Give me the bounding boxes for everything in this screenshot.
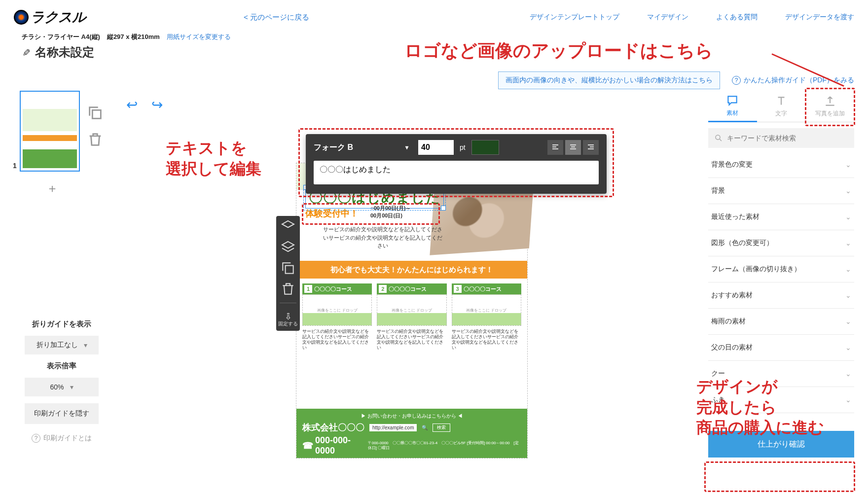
chevron-down-icon: ⌄ [845, 239, 851, 247]
chevron-down-icon: ⌄ [845, 396, 851, 404]
zoom-select[interactable]: 60% [25, 378, 99, 396]
nav-faq[interactable]: よくある質問 [716, 13, 758, 22]
print-guide-help-link[interactable]: ?印刷ガイドとは [32, 434, 92, 443]
acc-background[interactable]: 背景⌄ [708, 178, 854, 204]
acc-bgcolor[interactable]: 背景色の変更⌄ [708, 152, 854, 177]
acc-frames[interactable]: フレーム（画像の切り抜き）⌄ [708, 256, 854, 282]
layer-up-icon[interactable] [280, 220, 296, 234]
svg-rect-2 [286, 266, 293, 274]
annotation-upload: ロゴなど画像のアップロードはこちら [404, 39, 713, 63]
annotation-box-confirm [704, 461, 855, 492]
change-paper-size-link[interactable]: 用紙サイズを変更する [167, 33, 231, 41]
asset-search[interactable] [708, 128, 854, 148]
annotation-purchase: デザインが完成したら商品の購入に進む [696, 377, 824, 438]
annotation-box-selected-text [302, 203, 440, 225]
nav-my-design[interactable]: マイデザイン [647, 13, 688, 22]
add-page-button[interactable]: ＋ [46, 180, 104, 196]
chevron-down-icon: ⌄ [845, 344, 851, 352]
question-icon: ? [732, 76, 741, 85]
product-name: チラシ・フライヤー A4(縦) [22, 33, 100, 41]
design-title[interactable]: 名称未設定 [35, 44, 94, 60]
chevron-down-icon: ⌄ [845, 370, 851, 378]
footer-heading: お問い合わせ・お申し込みはこちらから [302, 413, 521, 420]
duplicate-element-icon[interactable] [280, 261, 296, 275]
logo-icon [14, 10, 29, 25]
redo-button[interactable]: ↪ [151, 97, 163, 113]
tab-assets[interactable]: 素材 [708, 91, 757, 122]
text-icon [775, 95, 788, 107]
brand-logo: ラクスル [14, 8, 86, 27]
asset-search-input[interactable] [727, 134, 848, 142]
orange-banner[interactable]: 初心者でも大丈夫！かんたんにはじめられます！ [296, 261, 527, 279]
hide-print-guide-button[interactable]: 印刷ガイドを隠す [25, 403, 99, 424]
acc-recent[interactable]: 最近使った素材⌄ [708, 204, 854, 230]
fold-guide-label: 折りガイドを表示 [32, 319, 91, 329]
chevron-down-icon: ⌄ [845, 161, 851, 169]
logo-text: ラクスル [31, 8, 86, 27]
lock-element-button[interactable]: 固定する [278, 310, 298, 327]
search-icon [714, 134, 723, 142]
duplicate-page-icon[interactable] [87, 105, 104, 124]
company-name: 株式会社〇〇〇 [302, 422, 364, 433]
pencil-icon: ✎ [20, 48, 32, 57]
question-icon: ? [32, 434, 40, 443]
chevron-down-icon: ⌄ [845, 213, 851, 221]
search-label: 検索 [433, 423, 450, 432]
annotation-box-upload-tab [805, 88, 855, 126]
tab-text[interactable]: 文字 [757, 91, 806, 122]
address-text: 〒000-0000 〇〇県〇〇市〇〇01-23-4 〇〇〇ビル5F [受付時間]… [368, 441, 521, 451]
zoom-label: 表示倍率 [47, 361, 76, 371]
chevron-down-icon: ⌄ [845, 317, 851, 325]
intro-text[interactable]: サービスの紹介文や説明文などを記入してくださいサービスの紹介文や説明文などを記入… [321, 225, 444, 250]
page-thumbnail[interactable] [20, 91, 80, 172]
chevron-down-icon: ⌄ [845, 265, 851, 273]
image-orientation-help[interactable]: 画面内の画像の向きや、縦横比がおかしい場合の解決方法はこちら [498, 71, 720, 89]
layer-down-icon[interactable] [280, 241, 296, 254]
delete-element-icon[interactable] [280, 282, 296, 296]
course-3[interactable]: 3〇〇〇〇コース画像をここに ドロップサービスの紹介文や説明文などを記入してくだ… [452, 283, 521, 351]
course-1[interactable]: 1〇〇〇〇コース画像をここに ドロップサービスの紹介文や説明文などを記入してくだ… [302, 283, 372, 351]
tab-assets-label: 素材 [726, 109, 738, 117]
phone-number: ☎ 000-000-0000 [302, 435, 363, 456]
acc-fathersday[interactable]: 父の日の素材⌄ [708, 335, 854, 360]
delete-page-icon[interactable] [87, 131, 104, 151]
chevron-down-icon: ⌄ [845, 187, 851, 195]
svg-rect-0 [92, 110, 101, 118]
course-2[interactable]: 2〇〇〇〇コース画像をここに ドロップサービスの紹介文や説明文などを記入してくだ… [377, 283, 446, 351]
annotation-edit-text: テキストを選択して編集 [166, 138, 261, 179]
nav-pass-data[interactable]: デザインデータを渡す [785, 13, 854, 22]
back-link[interactable]: < 元のページに戻る [244, 13, 309, 22]
url-box: http://example.com [369, 424, 417, 431]
acc-shapes[interactable]: 図形（色の変更可）⌄ [708, 230, 854, 256]
top-nav: デザインテンプレートトップ マイデザイン よくある質問 デザインデータを渡す [530, 13, 854, 22]
acc-recommended[interactable]: おすすめ素材⌄ [708, 282, 854, 308]
footer-area[interactable]: お問い合わせ・お申し込みはこちらから 株式会社〇〇〇 http://exampl… [296, 409, 527, 458]
product-dimensions: 縦297 x 横210mm [107, 33, 160, 41]
fold-select[interactable]: 折り加工なし [25, 336, 99, 354]
speech-icon [726, 94, 739, 107]
acc-rainy[interactable]: 梅雨の素材⌄ [708, 309, 854, 334]
undo-button[interactable]: ↩ [126, 97, 138, 113]
annotation-box-toolbar [298, 128, 614, 197]
nav-template-top[interactable]: デザインテンプレートトップ [530, 13, 619, 22]
element-side-toolbar: 固定する [276, 216, 300, 331]
page-number: 1 [13, 162, 17, 170]
chevron-down-icon: ⌄ [845, 291, 851, 299]
svg-point-1 [716, 135, 720, 140]
tab-text-label: 文字 [775, 109, 787, 118]
